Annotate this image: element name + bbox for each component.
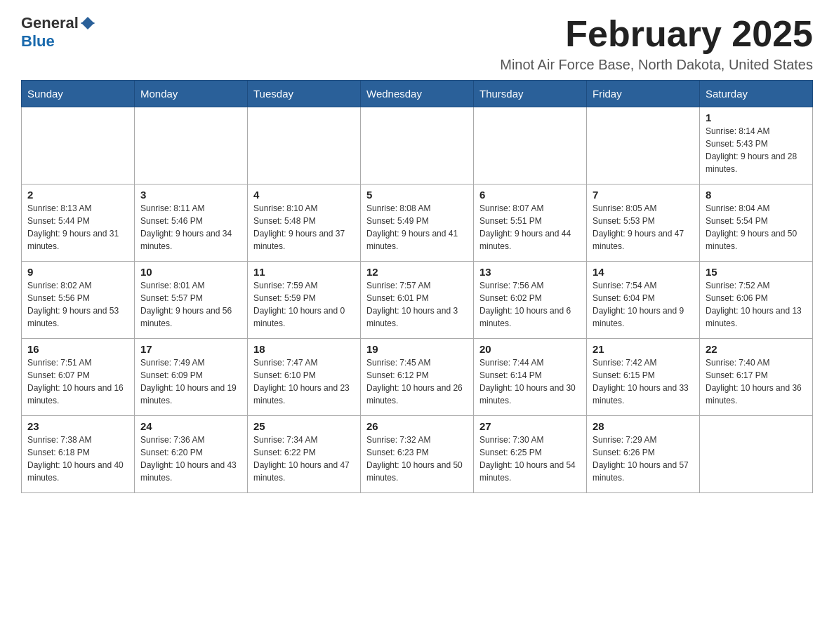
- calendar-header-sunday: Sunday: [22, 81, 135, 107]
- calendar-header-thursday: Thursday: [474, 81, 587, 107]
- calendar-day-cell: 19Sunrise: 7:45 AMSunset: 6:12 PMDayligh…: [361, 339, 474, 416]
- calendar-day-cell: 3Sunrise: 8:11 AMSunset: 5:46 PMDaylight…: [135, 185, 248, 262]
- calendar-day-cell: 2Sunrise: 8:13 AMSunset: 5:44 PMDaylight…: [22, 185, 135, 262]
- day-number: 18: [253, 343, 355, 355]
- calendar-week-row: 9Sunrise: 8:02 AMSunset: 5:56 PMDaylight…: [22, 262, 813, 339]
- calendar-table: SundayMondayTuesdayWednesdayThursdayFrid…: [21, 80, 813, 493]
- calendar-day-cell: [135, 107, 248, 185]
- day-info: Sunrise: 8:10 AMSunset: 5:48 PMDaylight:…: [253, 202, 355, 253]
- day-info: Sunrise: 7:32 AMSunset: 6:23 PMDaylight:…: [366, 434, 468, 484]
- calendar-day-cell: 24Sunrise: 7:36 AMSunset: 6:20 PMDayligh…: [135, 416, 248, 493]
- calendar-day-cell: [700, 416, 813, 493]
- day-number: 26: [366, 420, 468, 432]
- calendar-day-cell: 26Sunrise: 7:32 AMSunset: 6:23 PMDayligh…: [361, 416, 474, 493]
- calendar-day-cell: 5Sunrise: 8:08 AMSunset: 5:49 PMDaylight…: [361, 185, 474, 262]
- day-number: 19: [366, 343, 468, 355]
- logo-blue-text: Blue: [21, 32, 55, 51]
- calendar-day-cell: 20Sunrise: 7:44 AMSunset: 6:14 PMDayligh…: [474, 339, 587, 416]
- day-info: Sunrise: 7:51 AMSunset: 6:07 PMDaylight:…: [27, 356, 128, 407]
- calendar-header-friday: Friday: [587, 81, 700, 107]
- calendar-week-row: 2Sunrise: 8:13 AMSunset: 5:44 PMDaylight…: [22, 185, 813, 262]
- day-number: 12: [366, 266, 468, 278]
- day-number: 21: [593, 343, 694, 355]
- calendar-day-cell: 22Sunrise: 7:40 AMSunset: 6:17 PMDayligh…: [700, 339, 813, 416]
- calendar-day-cell: 23Sunrise: 7:38 AMSunset: 6:18 PMDayligh…: [22, 416, 135, 493]
- calendar-week-row: 23Sunrise: 7:38 AMSunset: 6:18 PMDayligh…: [22, 416, 813, 493]
- day-number: 17: [140, 343, 241, 355]
- calendar-day-cell: 13Sunrise: 7:56 AMSunset: 6:02 PMDayligh…: [474, 262, 587, 339]
- day-number: 27: [479, 420, 581, 432]
- day-number: 24: [140, 420, 241, 432]
- day-info: Sunrise: 8:07 AMSunset: 5:51 PMDaylight:…: [479, 202, 581, 253]
- day-info: Sunrise: 7:30 AMSunset: 6:25 PMDaylight:…: [479, 434, 581, 484]
- day-info: Sunrise: 8:05 AMSunset: 5:53 PMDaylight:…: [593, 202, 694, 253]
- day-number: 5: [366, 189, 468, 201]
- day-info: Sunrise: 7:40 AMSunset: 6:17 PMDaylight:…: [706, 356, 807, 407]
- day-number: 14: [593, 266, 694, 278]
- calendar-day-cell: [474, 107, 587, 185]
- day-info: Sunrise: 7:49 AMSunset: 6:09 PMDaylight:…: [140, 356, 241, 407]
- calendar-day-cell: 9Sunrise: 8:02 AMSunset: 5:56 PMDaylight…: [22, 262, 135, 339]
- calendar-header-row: SundayMondayTuesdayWednesdayThursdayFrid…: [22, 81, 813, 107]
- day-info: Sunrise: 8:13 AMSunset: 5:44 PMDaylight:…: [27, 202, 128, 253]
- day-number: 22: [706, 343, 807, 355]
- calendar-day-cell: 14Sunrise: 7:54 AMSunset: 6:04 PMDayligh…: [587, 262, 700, 339]
- calendar-day-cell: [361, 107, 474, 185]
- day-info: Sunrise: 8:01 AMSunset: 5:57 PMDaylight:…: [140, 279, 241, 330]
- title-area: February 2025 Minot Air Force Base, Nort…: [500, 14, 813, 73]
- day-number: 1: [706, 112, 807, 123]
- day-number: 28: [593, 420, 694, 432]
- page-header: General Blue February 2025 Minot Air For…: [21, 14, 813, 73]
- calendar-day-cell: 28Sunrise: 7:29 AMSunset: 6:26 PMDayligh…: [587, 416, 700, 493]
- day-number: 23: [27, 420, 128, 432]
- day-info: Sunrise: 7:34 AMSunset: 6:22 PMDaylight:…: [253, 434, 355, 484]
- calendar-week-row: 1Sunrise: 8:14 AMSunset: 5:43 PMDaylight…: [22, 107, 813, 185]
- location-title: Minot Air Force Base, North Dakota, Unit…: [500, 57, 813, 73]
- day-info: Sunrise: 8:02 AMSunset: 5:56 PMDaylight:…: [27, 279, 128, 330]
- day-info: Sunrise: 7:57 AMSunset: 6:01 PMDaylight:…: [366, 279, 468, 330]
- day-info: Sunrise: 7:47 AMSunset: 6:10 PMDaylight:…: [253, 356, 355, 407]
- logo: General Blue: [21, 14, 95, 51]
- day-info: Sunrise: 7:36 AMSunset: 6:20 PMDaylight:…: [140, 434, 241, 484]
- day-info: Sunrise: 7:45 AMSunset: 6:12 PMDaylight:…: [366, 356, 468, 407]
- calendar-day-cell: [22, 107, 135, 185]
- calendar-day-cell: 11Sunrise: 7:59 AMSunset: 5:59 PMDayligh…: [248, 262, 361, 339]
- day-number: 4: [253, 189, 355, 201]
- calendar-day-cell: 8Sunrise: 8:04 AMSunset: 5:54 PMDaylight…: [700, 185, 813, 262]
- day-number: 6: [479, 189, 581, 201]
- calendar-header-monday: Monday: [135, 81, 248, 107]
- calendar-day-cell: [248, 107, 361, 185]
- day-number: 15: [706, 266, 807, 278]
- day-number: 8: [706, 189, 807, 201]
- calendar-day-cell: 6Sunrise: 8:07 AMSunset: 5:51 PMDaylight…: [474, 185, 587, 262]
- calendar-day-cell: 4Sunrise: 8:10 AMSunset: 5:48 PMDaylight…: [248, 185, 361, 262]
- calendar-day-cell: [587, 107, 700, 185]
- calendar-day-cell: 15Sunrise: 7:52 AMSunset: 6:06 PMDayligh…: [700, 262, 813, 339]
- calendar-day-cell: 10Sunrise: 8:01 AMSunset: 5:57 PMDayligh…: [135, 262, 248, 339]
- day-number: 25: [253, 420, 355, 432]
- day-info: Sunrise: 8:14 AMSunset: 5:43 PMDaylight:…: [706, 125, 807, 175]
- day-number: 11: [253, 266, 355, 278]
- day-number: 3: [140, 189, 241, 201]
- month-title: February 2025: [500, 14, 813, 54]
- day-number: 2: [27, 189, 128, 201]
- calendar-day-cell: 27Sunrise: 7:30 AMSunset: 6:25 PMDayligh…: [474, 416, 587, 493]
- day-info: Sunrise: 7:52 AMSunset: 6:06 PMDaylight:…: [706, 279, 807, 330]
- day-number: 20: [479, 343, 581, 355]
- calendar-day-cell: 17Sunrise: 7:49 AMSunset: 6:09 PMDayligh…: [135, 339, 248, 416]
- day-info: Sunrise: 7:59 AMSunset: 5:59 PMDaylight:…: [253, 279, 355, 330]
- calendar-day-cell: 7Sunrise: 8:05 AMSunset: 5:53 PMDaylight…: [587, 185, 700, 262]
- day-info: Sunrise: 7:42 AMSunset: 6:15 PMDaylight:…: [593, 356, 694, 407]
- calendar-header-saturday: Saturday: [700, 81, 813, 107]
- day-info: Sunrise: 7:44 AMSunset: 6:14 PMDaylight:…: [479, 356, 581, 407]
- day-info: Sunrise: 8:04 AMSunset: 5:54 PMDaylight:…: [706, 202, 807, 253]
- day-number: 9: [27, 266, 128, 278]
- calendar-day-cell: 1Sunrise: 8:14 AMSunset: 5:43 PMDaylight…: [700, 107, 813, 185]
- day-info: Sunrise: 8:11 AMSunset: 5:46 PMDaylight:…: [140, 202, 241, 253]
- logo-general-text: General: [21, 14, 79, 32]
- day-number: 7: [593, 189, 694, 201]
- day-info: Sunrise: 7:54 AMSunset: 6:04 PMDaylight:…: [593, 279, 694, 330]
- day-info: Sunrise: 7:56 AMSunset: 6:02 PMDaylight:…: [479, 279, 581, 330]
- calendar-header-wednesday: Wednesday: [361, 81, 474, 107]
- calendar-day-cell: 16Sunrise: 7:51 AMSunset: 6:07 PMDayligh…: [22, 339, 135, 416]
